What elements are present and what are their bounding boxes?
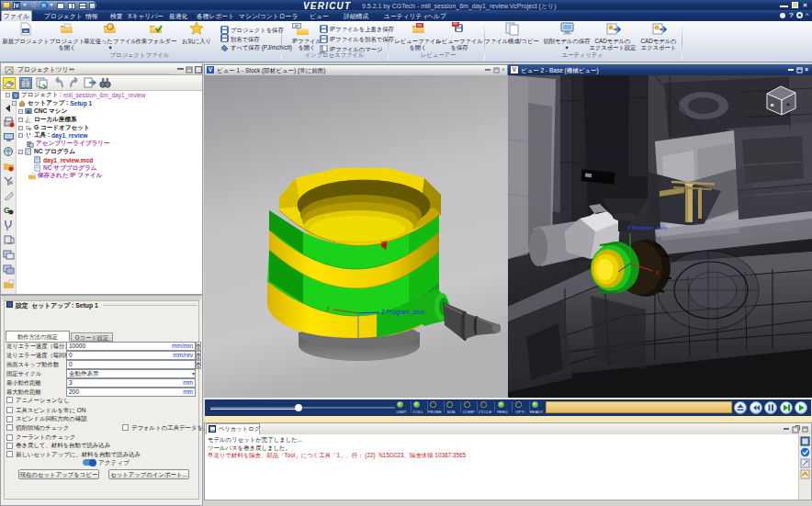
svg-text:Z Program_zero: Z Program_zero <box>381 309 424 316</box>
svg-text:vc: vc <box>24 28 28 33</box>
svg-text:■: ■ <box>771 102 774 107</box>
svg-text:▲: ▲ <box>785 101 791 107</box>
svg-text:G: G <box>4 206 10 215</box>
svg-text:X: X <box>325 306 331 312</box>
svg-text:Z Program_zero: Z Program_zero <box>627 225 668 231</box>
svg-text:Y: Y <box>355 343 360 350</box>
svg-text:RV: RV <box>418 24 423 28</box>
